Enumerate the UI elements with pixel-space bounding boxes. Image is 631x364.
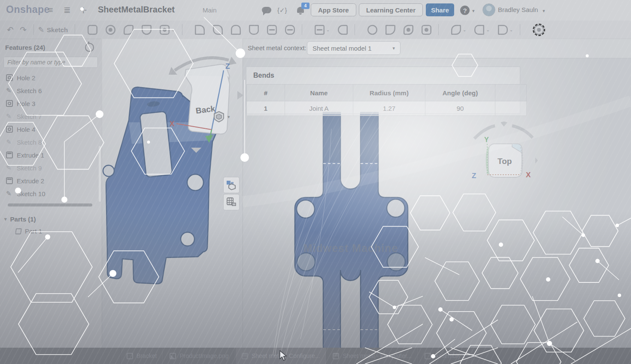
bend-radius-cell[interactable]: 1.27 bbox=[353, 101, 425, 116]
undo-icon[interactable]: ↶ bbox=[7, 25, 14, 35]
chamfer-icon[interactable] bbox=[213, 25, 223, 35]
measure-caret-icon[interactable]: ⌄ bbox=[463, 27, 466, 32]
view-cube-back[interactable]: Z X Back bbox=[169, 48, 244, 155]
section-view-icon[interactable] bbox=[498, 25, 508, 35]
view-cube-top[interactable]: Top Y Z X bbox=[469, 121, 538, 184]
bends-table-row[interactable]: 1 Joint A 1.27 90 bbox=[247, 101, 527, 116]
flat-pattern-grid-icon bbox=[226, 197, 237, 207]
axis-y-label: Y bbox=[484, 136, 489, 143]
column-header-angle[interactable]: Angle (deg) bbox=[425, 85, 495, 101]
column-header-name[interactable]: Name bbox=[285, 85, 353, 101]
fillet-icon[interactable] bbox=[195, 25, 205, 35]
sketch-feature-icon: ✎ bbox=[6, 190, 13, 197]
workspace-branch[interactable]: Main bbox=[203, 6, 217, 14]
bend-shading bbox=[361, 113, 378, 162]
rotate-up-arrow-icon[interactable] bbox=[501, 121, 507, 127]
help-caret-icon[interactable]: ▾ bbox=[472, 8, 475, 14]
show-flat-pattern-button[interactable] bbox=[223, 194, 240, 210]
tab-sheet-metal-flat-pattern[interactable]: Sheet metal - Flat patter... bbox=[326, 348, 418, 364]
feature-list-icon[interactable]: ≣ bbox=[64, 5, 71, 15]
feature-list: Hole 2 ✎Sketch 6 Hole 3 ✎Sketch 7 Hole 4… bbox=[0, 71, 102, 200]
view-mode-dropdown[interactable]: ▾ bbox=[214, 111, 236, 123]
user-menu-caret-icon[interactable]: ▾ bbox=[543, 8, 545, 14]
part-item[interactable]: Part 1 bbox=[15, 228, 42, 235]
sketch-feature-icon: ✎ bbox=[6, 164, 13, 171]
insert-tool-icon[interactable]: ⊹ bbox=[80, 5, 87, 15]
dropdown-caret-icon: ▾ bbox=[392, 46, 395, 51]
axis-x-label: X bbox=[170, 120, 175, 128]
sketch-button[interactable]: Sketch bbox=[47, 26, 68, 33]
zoom-to-fit-icon[interactable] bbox=[533, 24, 545, 36]
notifications-bell-icon[interactable]: 4 bbox=[297, 6, 304, 13]
parts-collapse-caret-icon[interactable]: ▾ bbox=[4, 216, 7, 222]
versions-icon[interactable]: {✓} bbox=[277, 6, 287, 15]
named-views-caret-icon[interactable]: ⌄ bbox=[486, 27, 489, 32]
hole-tool-icon[interactable] bbox=[267, 25, 277, 35]
mirror-icon[interactable] bbox=[338, 25, 348, 35]
feature-item-hole3[interactable]: Hole 3 bbox=[0, 97, 102, 110]
column-header-number[interactable]: # bbox=[247, 85, 285, 101]
feature-item-sketch9[interactable]: ✎Sketch 9 bbox=[0, 161, 102, 174]
parts-section-header[interactable]: ▾ Parts (1) bbox=[4, 215, 36, 223]
extrude-icon[interactable] bbox=[88, 25, 97, 35]
user-avatar[interactable] bbox=[482, 3, 495, 16]
feature-item-sketch7[interactable]: ✎Sketch 7 bbox=[0, 110, 102, 123]
show-folded-view-button[interactable] bbox=[223, 177, 240, 193]
sketch-feature-icon: ✎ bbox=[6, 139, 13, 146]
onshape-logo[interactable]: Onshape bbox=[6, 4, 50, 15]
named-views-icon[interactable] bbox=[474, 25, 484, 35]
share-button[interactable]: Share bbox=[426, 3, 454, 16]
tab-assembly[interactable]: Assembly 1 bbox=[418, 348, 472, 364]
rib-icon[interactable] bbox=[285, 25, 295, 35]
hamburger-menu-icon[interactable]: ≡ bbox=[48, 5, 53, 15]
thicken-icon[interactable] bbox=[160, 25, 170, 35]
pattern-caret-icon[interactable]: ⌄ bbox=[326, 27, 330, 32]
features-horizontal-scrollbar[interactable] bbox=[8, 203, 92, 206]
measure-icon[interactable] bbox=[451, 25, 461, 35]
redo-icon[interactable]: ↷ bbox=[20, 25, 27, 35]
rotate-right-arrow-icon[interactable] bbox=[535, 158, 538, 164]
bend-shading bbox=[324, 113, 340, 162]
bends-table: # Name Radius (mm) Angle (deg) 1 Joint A… bbox=[246, 84, 527, 116]
feature-filter-input[interactable] bbox=[3, 57, 98, 68]
features-vertical-scrollbar[interactable] bbox=[99, 146, 101, 202]
feature-item-sketch8[interactable]: ✎Sketch 8 bbox=[0, 136, 102, 149]
boolean-icon[interactable] bbox=[367, 25, 377, 35]
tab-bracket[interactable]: Bracket bbox=[120, 348, 163, 364]
sketch-pencil-icon[interactable]: ✎ bbox=[38, 25, 44, 34]
thicken-caret-icon[interactable]: ⌄ bbox=[171, 27, 175, 32]
bend-name-cell[interactable]: Joint A bbox=[285, 101, 353, 116]
learning-center-button[interactable]: Learning Center bbox=[359, 3, 423, 16]
feature-item-sketch10[interactable]: ✎Sketch 10 bbox=[0, 187, 102, 200]
document-title[interactable]: SheetMetalBracket bbox=[98, 5, 175, 15]
draft-icon[interactable] bbox=[231, 25, 241, 35]
view-mode-caret-icon: ▾ bbox=[228, 114, 230, 120]
shell-icon[interactable] bbox=[249, 25, 259, 35]
section-caret-icon[interactable]: ⌄ bbox=[510, 27, 513, 32]
revolve-icon[interactable] bbox=[106, 25, 115, 35]
tab-product-image[interactable]: ProductImage.png bbox=[163, 348, 235, 364]
rotate-arc-icon[interactable] bbox=[512, 126, 533, 138]
view-cube-face-label[interactable]: Top bbox=[498, 157, 512, 166]
sweep-icon[interactable] bbox=[124, 25, 133, 35]
table-tab-icon bbox=[242, 353, 248, 359]
feature-item-sketch6[interactable]: ✎Sketch 6 bbox=[0, 84, 102, 97]
rotate-down-arrow-icon[interactable] bbox=[191, 148, 201, 153]
feature-item-extrude1[interactable]: Extrude 1 bbox=[0, 149, 102, 161]
help-icon[interactable]: ? bbox=[460, 6, 470, 15]
feature-item-hole2[interactable]: Hole 2 bbox=[0, 71, 102, 84]
linear-pattern-icon[interactable] bbox=[315, 25, 325, 35]
sheet-metal-corner-icon[interactable] bbox=[422, 25, 431, 35]
user-name[interactable]: Bradley Sauln bbox=[498, 6, 538, 13]
split-icon[interactable] bbox=[385, 25, 395, 35]
column-header-radius[interactable]: Radius (mm) bbox=[353, 85, 425, 101]
feature-item-extrude2[interactable]: Extrude 2 bbox=[0, 174, 102, 187]
comments-icon[interactable] bbox=[262, 7, 271, 13]
feature-item-hole4[interactable]: Hole 4 bbox=[0, 123, 102, 136]
rollback-timer-icon[interactable] bbox=[85, 43, 94, 52]
loft-icon[interactable] bbox=[142, 25, 152, 35]
sheet-metal-flange-icon[interactable] bbox=[403, 25, 413, 35]
sheet-metal-model-dropdown[interactable]: Sheet metal model 1 ▾ bbox=[307, 41, 400, 55]
app-store-button[interactable]: App Store bbox=[311, 3, 356, 16]
bend-angle-cell[interactable]: 90 bbox=[425, 101, 495, 116]
